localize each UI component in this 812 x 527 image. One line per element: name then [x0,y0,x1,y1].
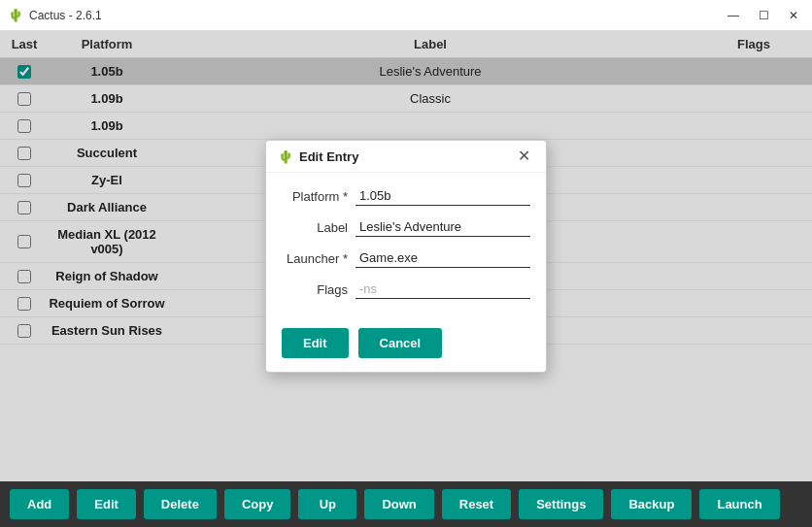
edit-entry-dialog: 🌵 Edit Entry ✕ Platform Label Launcher [265,140,547,373]
flags-input[interactable] [355,280,530,299]
label-label: Label [282,220,348,235]
add-button[interactable]: Add [10,489,69,519]
up-button[interactable]: Up [298,489,356,519]
maximize-button[interactable]: ☐ [753,8,775,23]
cancel-button[interactable]: Cancel [358,328,443,358]
flags-row: Flags [282,280,530,299]
modal-body: Platform Label Launcher Flags [266,173,546,324]
titlebar-controls: — ☐ ✕ [722,8,804,23]
modal-title-left: 🌵 Edit Entry [278,149,358,164]
modal-close-button[interactable]: ✕ [514,148,534,164]
settings-button[interactable]: Settings [519,489,603,519]
modal-overlay: 🌵 Edit Entry ✕ Platform Label Launcher [0,31,812,481]
main-content: Last Platform Label Flags 1.05bLeslie's … [0,31,812,481]
platform-input[interactable] [355,186,530,206]
label-input[interactable] [355,217,530,237]
modal-icon: 🌵 [278,149,293,164]
edit-button[interactable]: Edit [282,328,349,358]
launcher-row: Launcher [282,248,530,268]
launcher-input[interactable] [355,248,530,268]
platform-row: Platform [282,186,530,206]
label-row: Label [282,217,530,237]
launch-button[interactable]: Launch [699,489,779,519]
modal-titlebar: 🌵 Edit Entry ✕ [266,141,546,173]
delete-button[interactable]: Delete [144,489,217,519]
launcher-label: Launcher [282,251,348,266]
toolbar: AddEditDeleteCopyUpDownResetSettingsBack… [0,481,812,527]
copy-button[interactable]: Copy [224,489,291,519]
down-button[interactable]: Down [364,489,433,519]
backup-button[interactable]: Backup [611,489,692,519]
minimize-button[interactable]: — [722,8,745,23]
titlebar-left: 🌵 Cactus - 2.6.1 [8,8,102,23]
platform-label: Platform [282,189,348,204]
app-icon: 🌵 [8,8,23,23]
edit-button[interactable]: Edit [77,489,136,519]
close-button[interactable]: ✕ [783,8,804,23]
modal-title: Edit Entry [299,149,358,164]
modal-actions: Edit Cancel [266,324,546,372]
reset-button[interactable]: Reset [442,489,511,519]
titlebar: 🌵 Cactus - 2.6.1 — ☐ ✕ [0,0,812,31]
flags-label: Flags [282,282,348,297]
app-title: Cactus - 2.6.1 [29,9,102,22]
